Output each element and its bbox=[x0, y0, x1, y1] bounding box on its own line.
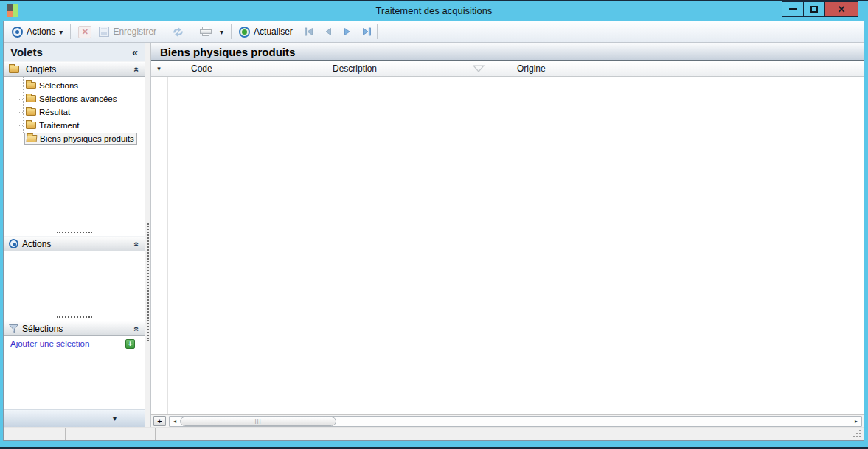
add-selection-link[interactable]: Ajouter une sélection bbox=[10, 339, 125, 348]
chevron-up-icon[interactable]: « bbox=[132, 326, 142, 331]
minimize-icon bbox=[789, 8, 797, 10]
toolbar-separator bbox=[231, 24, 232, 39]
section-header-selections[interactable]: Sélections « bbox=[4, 321, 145, 336]
toolbar-separator bbox=[377, 24, 378, 39]
nav-last-icon bbox=[361, 27, 372, 37]
section-header-onglets[interactable]: Onglets « bbox=[4, 61, 145, 77]
sidebar-bottom-bar[interactable]: ▾ bbox=[4, 409, 145, 427]
sidebar-collapse-button[interactable]: « bbox=[132, 46, 138, 58]
panel-splitter-handle[interactable] bbox=[4, 313, 145, 321]
add-plus-icon[interactable]: + bbox=[125, 339, 135, 349]
nav-next-button[interactable] bbox=[341, 26, 354, 38]
horizontal-scrollbar[interactable]: ◂ ||| ▸ bbox=[169, 416, 862, 427]
chevron-down-icon: ▾ bbox=[59, 28, 63, 36]
delete-x-glyph: ✕ bbox=[82, 27, 88, 37]
tree-item-content: Sélections avancées bbox=[24, 94, 119, 104]
column-header-code[interactable]: Code bbox=[191, 63, 212, 74]
delete-button[interactable]: ✕ bbox=[74, 24, 95, 40]
tree-item-selections[interactable]: Sélections bbox=[4, 79, 145, 92]
close-icon: ✕ bbox=[838, 4, 846, 15]
folder-icon bbox=[26, 108, 36, 116]
actions-target-icon bbox=[12, 27, 23, 38]
tree-item-content: Traitement bbox=[24, 120, 82, 130]
tree-item-biens-physiques-produits[interactable]: Biens physiques produits bbox=[4, 132, 145, 145]
actualiser-button[interactable]: Actualiser bbox=[235, 25, 296, 39]
column-header-origine[interactable]: Origine bbox=[517, 63, 546, 74]
delete-icon: ✕ bbox=[78, 26, 91, 38]
main-panel-title: Biens physiques produits bbox=[151, 43, 864, 61]
onglets-tree: Sélections Sélections avancées bbox=[4, 77, 145, 145]
tree-item-label: Résultat bbox=[39, 108, 70, 116]
row-indicator-column-header[interactable]: ▾ bbox=[151, 61, 167, 76]
section-label-selections: Sélections bbox=[22, 324, 131, 334]
nav-first-icon bbox=[303, 27, 315, 37]
tree-item-resultat[interactable]: Résultat bbox=[4, 105, 145, 119]
save-button-label: Enregistrer bbox=[113, 27, 156, 37]
grid-scroll-row: + ◂ ||| ▸ bbox=[151, 414, 864, 427]
save-icon bbox=[99, 27, 109, 37]
tree-item-content: Résultat bbox=[24, 107, 72, 117]
close-button[interactable]: ✕ bbox=[824, 1, 858, 17]
nav-previous-button[interactable] bbox=[322, 26, 335, 38]
status-cell bbox=[760, 428, 864, 440]
chevron-down-icon: ▾ bbox=[220, 28, 223, 36]
scroll-left-button[interactable]: ◂ bbox=[170, 417, 180, 426]
print-button[interactable] bbox=[196, 25, 216, 38]
data-grid: ▾ Code Description Origine + bbox=[151, 61, 864, 427]
sidebar-volets: Volets « Onglets « Sélections bbox=[4, 43, 145, 427]
sidebar-title: Volets bbox=[10, 46, 132, 58]
chevron-up-icon[interactable]: « bbox=[132, 241, 142, 246]
scrollbar-thumb[interactable]: ||| bbox=[180, 417, 336, 426]
folder-icon bbox=[26, 95, 36, 102]
tree-item-label: Sélections bbox=[39, 81, 78, 90]
sidebar-spacer bbox=[4, 251, 145, 313]
tree-item-selections-avancees[interactable]: Sélections avancées bbox=[4, 92, 145, 105]
column-header-description[interactable]: Description bbox=[333, 63, 377, 74]
save-button[interactable]: Enregistrer bbox=[95, 25, 160, 38]
actions-button-label: Actions bbox=[27, 27, 55, 37]
sidebar-header: Volets « bbox=[4, 43, 145, 61]
toolbar-separator bbox=[70, 24, 71, 39]
window-body: Volets « Onglets « Sélections bbox=[4, 43, 864, 427]
splitter-grip bbox=[147, 223, 149, 341]
grid-body[interactable] bbox=[151, 77, 864, 414]
maximize-button[interactable] bbox=[803, 1, 825, 17]
app-window: Traitement des acquisitions ✕ Actions ▾ … bbox=[0, 0, 868, 449]
sort-indicator-icon bbox=[473, 65, 485, 73]
section-label-onglets: Onglets bbox=[26, 64, 131, 74]
chevron-down-icon: ▾ bbox=[113, 414, 117, 422]
thumb-grip: ||| bbox=[254, 418, 261, 424]
add-row-button[interactable]: + bbox=[153, 416, 166, 426]
panel-splitter-handle[interactable] bbox=[4, 229, 145, 236]
printer-icon bbox=[200, 27, 212, 37]
client-area: Actions ▾ ✕ Enregistrer bbox=[3, 21, 864, 441]
indicator-column-line bbox=[167, 77, 168, 414]
window-title: Traitement des acquisitions bbox=[0, 1, 868, 21]
maximize-icon bbox=[810, 6, 818, 13]
section-header-actions[interactable]: Actions « bbox=[4, 236, 145, 251]
tree-connector bbox=[18, 125, 23, 126]
nav-last-button[interactable] bbox=[360, 26, 373, 38]
resize-grip[interactable] bbox=[859, 436, 861, 437]
chevron-up-icon[interactable]: « bbox=[132, 66, 142, 72]
add-selection-row: Ajouter une sélection + bbox=[4, 336, 145, 351]
sidebar-splitter[interactable] bbox=[145, 43, 150, 427]
tree-item-content: Sélections bbox=[24, 80, 80, 91]
nav-first-button[interactable] bbox=[302, 26, 316, 38]
minimize-button[interactable] bbox=[782, 1, 804, 17]
tree-item-traitement[interactable]: Traitement bbox=[4, 119, 145, 132]
refresh-sync-button[interactable] bbox=[168, 25, 188, 39]
sidebar-spacer bbox=[4, 145, 145, 229]
printer-paper-out bbox=[202, 33, 209, 36]
refresh-globe-icon bbox=[239, 27, 250, 38]
chevron-down-icon: ▾ bbox=[157, 65, 161, 72]
actions-target-icon bbox=[9, 239, 18, 248]
status-cell bbox=[156, 428, 760, 440]
title-bar[interactable]: Traitement des acquisitions ✕ bbox=[0, 1, 868, 21]
toolbar: Actions ▾ ✕ Enregistrer bbox=[4, 21, 864, 43]
scroll-right-button[interactable]: ▸ bbox=[851, 417, 861, 426]
nav-next-icon bbox=[341, 27, 353, 37]
actions-button[interactable]: Actions ▾ bbox=[8, 25, 66, 39]
print-dropdown-button[interactable]: ▾ bbox=[216, 27, 227, 38]
splitter-dots bbox=[57, 232, 92, 233]
